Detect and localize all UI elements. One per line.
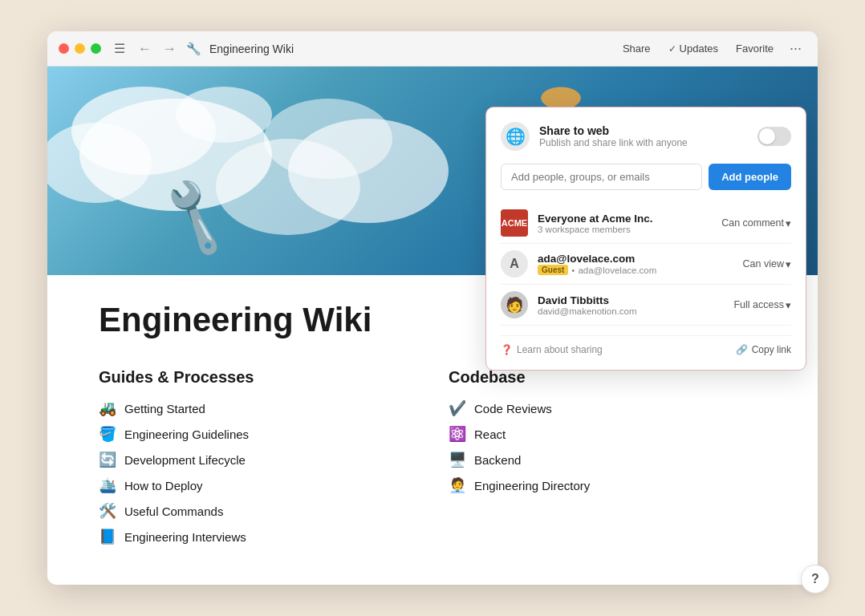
- acme-permission[interactable]: Can comment ▾: [721, 217, 791, 229]
- add-people-input[interactable]: [501, 164, 702, 190]
- help-button[interactable]: ?: [801, 565, 830, 594]
- david-name: David Tibbitts: [538, 294, 724, 306]
- section-codebase: Codebase ✔️ Code Reviews ⚛️ React 🖥️ Ba: [449, 368, 766, 545]
- nav-buttons: ← →: [135, 39, 180, 59]
- directory-icon: 🧑‍💼: [449, 476, 466, 494]
- ada-info: ada@lovelace.com Guest • ada@lovelace.co…: [538, 253, 733, 275]
- globe-icon: 🌐: [501, 122, 530, 151]
- guidelines-icon: 🪣: [99, 425, 116, 443]
- code-reviews-icon: ✔️: [449, 399, 466, 417]
- forward-button[interactable]: →: [160, 39, 180, 59]
- list-item-how-to-deploy[interactable]: 🛳️ How to Deploy: [99, 476, 416, 494]
- list-item-engineering-directory[interactable]: 🧑‍💼 Engineering Directory: [449, 476, 766, 494]
- hamburger-icon[interactable]: ☰: [114, 41, 125, 56]
- favorite-button[interactable]: Favorite: [729, 39, 780, 58]
- titlebar: ☰ ← → 🔧 Engineering Wiki Share ✓ Updates…: [47, 31, 818, 67]
- ada-name: ada@lovelace.com: [538, 253, 733, 265]
- acme-sub: 3 workspace members: [538, 225, 712, 234]
- ada-avatar: A: [501, 250, 528, 278]
- titlebar-actions: Share ✓ Updates Favorite ···: [616, 38, 806, 59]
- section-codebase-title: Codebase: [449, 368, 766, 387]
- guest-badge: Guest: [538, 265, 568, 275]
- share-popup: 🌐 Share to web Publish and share link wi…: [485, 107, 806, 371]
- section-codebase-list: ✔️ Code Reviews ⚛️ React 🖥️ Backend �: [449, 399, 766, 494]
- share-to-web-row: 🌐 Share to web Publish and share link wi…: [501, 122, 791, 151]
- question-circle-icon: ❓: [501, 344, 513, 355]
- share-button[interactable]: Share: [616, 39, 657, 58]
- person-row-david: 🧑 David Tibbitts david@makenotion.com Fu…: [501, 285, 791, 326]
- more-options-button[interactable]: ···: [785, 38, 806, 59]
- ada-permission[interactable]: Can view ▾: [743, 258, 791, 270]
- david-info: David Tibbitts david@makenotion.com: [538, 294, 724, 316]
- section-guides-title: Guides & Processes: [99, 368, 416, 387]
- ada-sub: Guest • ada@lovelace.com: [538, 265, 733, 275]
- getting-started-icon: 🚜: [99, 399, 116, 417]
- david-permission[interactable]: Full access ▾: [733, 299, 791, 311]
- person-row-ada: A ada@lovelace.com Guest • ada@lovelace.…: [501, 244, 791, 285]
- interviews-icon: 📘: [99, 528, 116, 545]
- list-item-code-reviews[interactable]: ✔️ Code Reviews: [449, 399, 766, 417]
- share-web-text: Share to web Publish and share link with…: [539, 124, 748, 148]
- sections-grid: Guides & Processes 🚜 Getting Started 🪣 E…: [99, 368, 766, 545]
- svg-point-9: [541, 87, 581, 110]
- popup-footer: ❓ Learn about sharing 🔗 Copy link: [501, 335, 791, 355]
- updates-button[interactable]: ✓ Updates: [662, 39, 725, 58]
- wrench-icon: 🔧: [186, 42, 201, 56]
- section-guides-list: 🚜 Getting Started 🪣 Engineering Guidelin…: [99, 399, 416, 545]
- list-item-useful-commands[interactable]: 🛠️ Useful Commands: [99, 502, 416, 520]
- page-title: Engineering Wiki: [209, 43, 294, 55]
- list-item-engineering-guidelines[interactable]: 🪣 Engineering Guidelines: [99, 425, 416, 443]
- content-area: 🔧 ➡️ Engineering Wiki Guides & Processes…: [47, 67, 818, 585]
- close-button[interactable]: [59, 43, 69, 54]
- david-sub: david@makenotion.com: [538, 306, 724, 316]
- learn-about-sharing-link[interactable]: ❓ Learn about sharing: [501, 344, 603, 355]
- lifecycle-icon: 🔄: [99, 451, 116, 468]
- share-to-web-toggle[interactable]: [757, 127, 791, 146]
- person-row-acme: ACME Everyone at Acme Inc. 3 workspace m…: [501, 203, 791, 244]
- link-icon: 🔗: [736, 344, 748, 355]
- share-web-title: Share to web: [539, 124, 748, 137]
- acme-avatar: ACME: [501, 209, 528, 237]
- list-item-engineering-interviews[interactable]: 📘 Engineering Interviews: [99, 528, 416, 545]
- traffic-lights: [59, 43, 101, 54]
- maximize-button[interactable]: [91, 43, 101, 54]
- toggle-knob: [759, 128, 775, 144]
- copy-link-button[interactable]: 🔗 Copy link: [736, 344, 791, 355]
- acme-info: Everyone at Acme Inc. 3 workspace member…: [538, 213, 712, 234]
- back-button[interactable]: ←: [135, 39, 155, 59]
- list-item-backend[interactable]: 🖥️ Backend: [449, 451, 766, 468]
- david-avatar: 🧑: [501, 291, 528, 318]
- list-item-react[interactable]: ⚛️ React: [449, 425, 766, 443]
- acme-name: Everyone at Acme Inc.: [538, 213, 712, 225]
- svg-point-6: [216, 139, 360, 235]
- svg-point-3: [176, 87, 272, 143]
- share-web-sub: Publish and share link with anyone: [539, 137, 748, 148]
- section-guides: Guides & Processes 🚜 Getting Started 🪣 E…: [99, 368, 416, 545]
- deploy-icon: 🛳️: [99, 476, 116, 494]
- list-item-development-lifecycle[interactable]: 🔄 Development Lifecycle: [99, 451, 416, 468]
- minimize-button[interactable]: [75, 43, 85, 54]
- app-window: ☰ ← → 🔧 Engineering Wiki Share ✓ Updates…: [47, 31, 818, 585]
- backend-icon: 🖥️: [449, 451, 466, 468]
- list-item-getting-started[interactable]: 🚜 Getting Started: [99, 399, 416, 417]
- add-people-button[interactable]: Add people: [709, 164, 791, 190]
- add-people-row: Add people: [501, 164, 791, 190]
- titlebar-controls: ☰ ← → 🔧 Engineering Wiki: [114, 39, 294, 59]
- commands-icon: 🛠️: [99, 502, 116, 520]
- react-icon: ⚛️: [449, 425, 466, 443]
- check-icon: ✓: [668, 43, 676, 55]
